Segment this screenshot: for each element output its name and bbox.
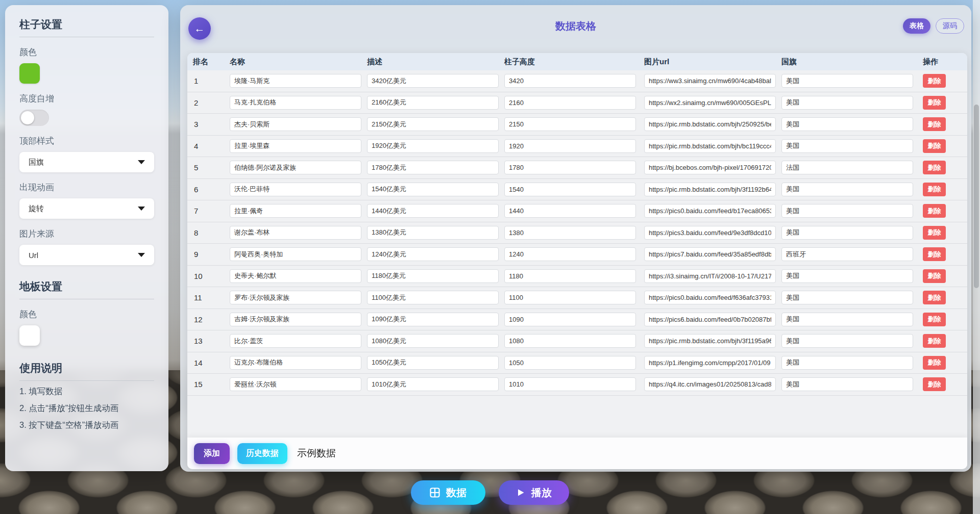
height-input[interactable] (504, 96, 636, 110)
height-input[interactable] (504, 247, 636, 261)
delete-row-button[interactable]: 删除 (923, 377, 946, 391)
delete-row-button[interactable]: 删除 (923, 291, 946, 304)
image-url-input[interactable] (644, 313, 776, 326)
flag-input[interactable] (781, 356, 913, 370)
image-source-select[interactable]: Url (19, 245, 154, 265)
height-input[interactable] (504, 161, 636, 174)
height-auto-toggle[interactable] (19, 110, 49, 126)
history-data-button[interactable]: 历史数据 (237, 443, 287, 464)
desc-input[interactable] (367, 96, 499, 110)
delete-row-button[interactable]: 删除 (923, 117, 946, 131)
image-url-input[interactable] (644, 204, 776, 218)
flag-input[interactable] (781, 161, 913, 174)
height-input[interactable] (504, 226, 636, 240)
delete-row-button[interactable]: 删除 (923, 226, 946, 240)
flag-input[interactable] (781, 74, 913, 88)
window-scrollbar[interactable] (973, 0, 980, 514)
height-input[interactable] (504, 377, 636, 391)
floor-color-swatch[interactable] (19, 325, 40, 346)
desc-input[interactable] (367, 291, 499, 304)
name-input[interactable] (230, 356, 361, 370)
name-input[interactable] (230, 117, 361, 131)
name-input[interactable] (230, 161, 361, 174)
height-input[interactable] (504, 334, 636, 348)
height-input[interactable] (504, 356, 636, 370)
name-input[interactable] (230, 377, 361, 391)
image-url-input[interactable] (644, 226, 776, 240)
table-view-button[interactable]: 表格 (903, 18, 930, 34)
height-input[interactable] (504, 74, 636, 88)
delete-row-button[interactable]: 删除 (923, 161, 946, 174)
flag-input[interactable] (781, 269, 913, 283)
image-url-input[interactable] (644, 377, 776, 391)
desc-input[interactable] (367, 139, 499, 153)
desc-input[interactable] (367, 247, 499, 261)
appear-anim-select[interactable]: 旋转 (19, 198, 154, 219)
desc-input[interactable] (367, 313, 499, 326)
height-input[interactable] (504, 117, 636, 131)
name-input[interactable] (230, 74, 361, 88)
flag-input[interactable] (781, 204, 913, 218)
flag-input[interactable] (781, 291, 913, 304)
name-input[interactable] (230, 269, 361, 283)
desc-input[interactable] (367, 269, 499, 283)
flag-input[interactable] (781, 117, 913, 131)
image-url-input[interactable] (644, 117, 776, 131)
desc-input[interactable] (367, 161, 499, 174)
delete-row-button[interactable]: 删除 (923, 139, 946, 153)
source-view-button[interactable]: 源码 (936, 18, 964, 34)
image-url-input[interactable] (644, 74, 776, 88)
height-input[interactable] (504, 291, 636, 304)
image-url-input[interactable] (644, 269, 776, 283)
image-url-input[interactable] (644, 356, 776, 370)
delete-row-button[interactable]: 删除 (923, 183, 946, 196)
image-url-input[interactable] (644, 161, 776, 174)
flag-input[interactable] (781, 313, 913, 326)
desc-input[interactable] (367, 226, 499, 240)
delete-row-button[interactable]: 删除 (923, 204, 946, 218)
height-input[interactable] (504, 204, 636, 218)
delete-row-button[interactable]: 删除 (923, 356, 946, 370)
bar-color-swatch[interactable] (19, 63, 40, 84)
image-url-input[interactable] (644, 291, 776, 304)
delete-row-button[interactable]: 删除 (923, 313, 946, 326)
data-button[interactable]: 数据 (411, 480, 485, 505)
delete-row-button[interactable]: 删除 (923, 74, 946, 88)
delete-row-button[interactable]: 删除 (923, 247, 946, 261)
window-scrollbar-thumb[interactable] (974, 105, 979, 288)
name-input[interactable] (230, 204, 361, 218)
desc-input[interactable] (367, 377, 499, 391)
flag-input[interactable] (781, 247, 913, 261)
height-input[interactable] (504, 269, 636, 283)
flag-input[interactable] (781, 96, 913, 110)
name-input[interactable] (230, 313, 361, 326)
name-input[interactable] (230, 226, 361, 240)
delete-row-button[interactable]: 删除 (923, 269, 946, 283)
image-url-input[interactable] (644, 247, 776, 261)
name-input[interactable] (230, 183, 361, 196)
name-input[interactable] (230, 247, 361, 261)
height-input[interactable] (504, 139, 636, 153)
image-url-input[interactable] (644, 96, 776, 110)
desc-input[interactable] (367, 183, 499, 196)
flag-input[interactable] (781, 377, 913, 391)
flag-input[interactable] (781, 139, 913, 153)
top-style-select[interactable]: 国旗 (19, 152, 154, 172)
add-row-button[interactable]: 添加 (194, 443, 230, 464)
name-input[interactable] (230, 334, 361, 348)
image-url-input[interactable] (644, 139, 776, 153)
name-input[interactable] (230, 291, 361, 304)
delete-row-button[interactable]: 删除 (923, 96, 946, 110)
flag-input[interactable] (781, 334, 913, 348)
name-input[interactable] (230, 139, 361, 153)
height-input[interactable] (504, 183, 636, 196)
desc-input[interactable] (367, 356, 499, 370)
desc-input[interactable] (367, 74, 499, 88)
play-button[interactable]: 播放 (499, 480, 569, 505)
height-input[interactable] (504, 313, 636, 326)
desc-input[interactable] (367, 204, 499, 218)
image-url-input[interactable] (644, 183, 776, 196)
name-input[interactable] (230, 96, 361, 110)
image-url-input[interactable] (644, 334, 776, 348)
desc-input[interactable] (367, 334, 499, 348)
